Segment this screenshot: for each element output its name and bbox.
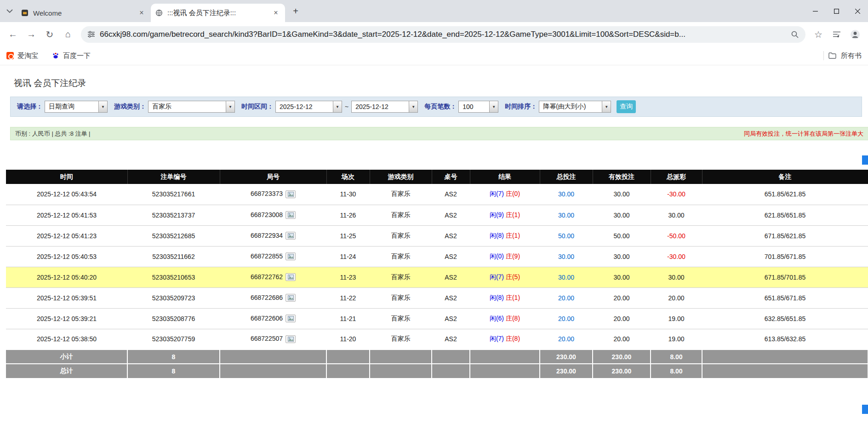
bet-row: 2025-12-12 05:41:53523035213737668723008… <box>6 205 868 225</box>
cell-payout: -30.00 <box>651 246 702 267</box>
date-start-select[interactable]: 2025-12-12 ▼ <box>275 101 342 113</box>
round-detail-button[interactable] <box>286 335 296 343</box>
dropdown-arrow-icon[interactable]: ▼ <box>489 101 498 112</box>
zoom-icon[interactable] <box>791 30 799 39</box>
bookmark-taobao[interactable]: 爱淘宝 <box>6 52 38 60</box>
home-button[interactable]: ⌂ <box>59 25 77 44</box>
per-page-select[interactable]: 100 ▼ <box>458 101 498 113</box>
dropdown-arrow-icon[interactable]: ▼ <box>602 101 611 112</box>
cell-game-type: 百家乐 <box>370 184 432 205</box>
round-detail-icon <box>288 295 294 300</box>
payout-value: 30.00 <box>668 274 684 281</box>
forward-button[interactable]: → <box>22 25 40 44</box>
address-bar[interactable]: 66cxkj98.com/game/betrecord_search/kind3… <box>81 26 805 43</box>
baidu-icon <box>52 52 59 59</box>
scroll-indicator-bottom[interactable] <box>862 405 868 414</box>
round-detail-button[interactable] <box>286 294 296 302</box>
summary-bar: 币别 : 人民币 | 总共 :8 注单 | 同局有效投注，统一计算在该局第一张注… <box>10 127 868 140</box>
cell-round: 668722855 <box>220 246 326 267</box>
summary-cell: 小计 <box>6 350 127 364</box>
dropdown-arrow-icon[interactable]: ▼ <box>409 101 417 112</box>
reload-button[interactable]: ↻ <box>40 25 59 44</box>
cell-result: 闲(8) 庄(1) <box>470 287 540 308</box>
search-button[interactable]: 查询 <box>617 100 636 113</box>
bet-row: 2025-12-12 05:41:23523035212685668722934… <box>6 225 868 246</box>
cell-valid-bet: 20.00 <box>593 287 651 308</box>
cell-bet-id: 523035217661 <box>127 184 220 205</box>
tab-welcome[interactable]: Welcome × <box>17 4 151 22</box>
date-end-select[interactable]: 2025-12-12 ▼ <box>351 101 418 113</box>
back-button[interactable]: ← <box>4 25 22 44</box>
query-type-value: 日期查询 <box>45 101 98 112</box>
folder-icon <box>828 52 836 59</box>
cell-total-bet: 30.00 <box>540 205 593 225</box>
sort-select[interactable]: 降幂(由大到小) ▼ <box>539 101 611 113</box>
new-tab-button[interactable]: + <box>289 4 303 18</box>
site-settings-icon[interactable] <box>87 30 95 38</box>
page-title: 视讯 会员下注纪录 <box>14 77 868 89</box>
media-controls-button[interactable] <box>828 25 846 44</box>
round-detail-button[interactable] <box>286 252 296 260</box>
cell-table-no: AS2 <box>432 329 470 350</box>
cell-bet-id: 523035213737 <box>127 205 220 225</box>
tab-close-icon[interactable]: × <box>137 8 146 17</box>
bet-records-table: 时间注单编号局号场次游戏类别桌号结果总投注有效投注总派彩备注 2025-12-1… <box>6 170 868 378</box>
cell-payout: -50.00 <box>651 225 702 246</box>
minimize-button[interactable] <box>805 0 826 22</box>
profile-button[interactable] <box>846 25 864 44</box>
cell-session: 11-23 <box>326 267 370 287</box>
cell-time: 2025-12-12 05:43:54 <box>6 184 127 205</box>
cell-bet-id: 523035208776 <box>127 308 220 329</box>
dropdown-arrow-icon[interactable]: ▼ <box>226 101 234 112</box>
column-header: 时间 <box>6 170 127 184</box>
cell-session: 11-26 <box>326 205 370 225</box>
summary-row: 小计8230.00230.008.00 <box>6 350 868 364</box>
game-type-select[interactable]: 百家乐 ▼ <box>148 101 235 113</box>
round-detail-button[interactable] <box>286 211 296 219</box>
result-banker: 庄(8) <box>506 315 520 322</box>
close-window-button[interactable] <box>847 0 868 22</box>
cell-time: 2025-12-12 05:39:51 <box>6 287 127 308</box>
column-header: 局号 <box>220 170 326 184</box>
round-detail-button[interactable] <box>286 273 296 281</box>
window-controls <box>805 0 868 22</box>
bookmark-star-button[interactable]: ☆ <box>809 25 828 44</box>
cell-round: 668722686 <box>220 287 326 308</box>
query-type-select[interactable]: 日期查询 ▼ <box>45 101 108 113</box>
round-detail-button[interactable] <box>286 315 296 322</box>
bet-row: 2025-12-12 05:39:51523035209723668722686… <box>6 287 868 308</box>
round-detail-button[interactable] <box>286 232 296 240</box>
result-banker: 庄(1) <box>506 211 520 218</box>
all-bookmarks[interactable]: 所有书 <box>823 51 862 60</box>
dropdown-arrow-icon[interactable]: ▼ <box>333 101 342 112</box>
url-text[interactable]: 66cxkj98.com/game/betrecord_search/kind3… <box>100 30 786 39</box>
round-detail-button[interactable] <box>286 190 296 198</box>
tab-search-button[interactable] <box>3 4 17 18</box>
column-header: 游戏类别 <box>370 170 432 184</box>
back-icon: ← <box>8 29 17 40</box>
tab-bet-record[interactable]: :::视讯 会员下注纪录::: × <box>151 4 285 22</box>
dropdown-arrow-icon[interactable]: ▼ <box>98 101 107 112</box>
total-bet-value: 30.00 <box>558 274 574 281</box>
bet-row: 2025-12-12 05:38:50523035207759668722507… <box>6 329 868 350</box>
payout-value: -30.00 <box>667 253 685 260</box>
cell-note: 651.85/621.85 <box>702 184 868 205</box>
cell-game-type: 百家乐 <box>370 246 432 267</box>
maximize-button[interactable] <box>826 0 847 22</box>
cell-game-type: 百家乐 <box>370 287 432 308</box>
tab-close-icon[interactable]: × <box>271 8 280 17</box>
round-detail-icon <box>288 212 294 218</box>
round-detail-icon <box>288 316 294 321</box>
reload-icon: ↻ <box>46 29 54 40</box>
bookmark-baidu[interactable]: 百度一下 <box>52 52 91 60</box>
round-number: 668722855 <box>251 252 283 260</box>
cell-round: 668722762 <box>220 267 326 287</box>
cell-note: 632.85/651.85 <box>702 308 868 329</box>
scroll-indicator-top[interactable] <box>862 155 868 165</box>
column-header: 结果 <box>470 170 540 184</box>
date-range-label: 时间区间： <box>241 103 274 111</box>
cell-time: 2025-12-12 05:38:50 <box>6 329 127 350</box>
cell-valid-bet: 30.00 <box>593 184 651 205</box>
cell-valid-bet: 20.00 <box>593 329 651 350</box>
payout-value: 19.00 <box>668 315 684 322</box>
